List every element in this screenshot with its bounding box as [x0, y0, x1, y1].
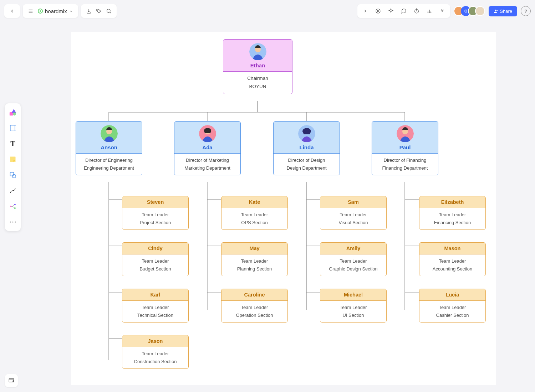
node-dept: Marketing Department: [174, 164, 240, 172]
svg-line-5: [109, 12, 111, 13]
svg-marker-7: [378, 10, 379, 12]
org-node-team[interactable]: LuciaTeam LeaderCashier Section: [419, 289, 486, 323]
svg-point-27: [12, 174, 16, 178]
org-node-team[interactable]: MichaelTeam LeaderUI Section: [320, 289, 387, 323]
presentation-button[interactable]: [5, 374, 18, 387]
svg-point-8: [415, 9, 419, 13]
node-name: Ada: [174, 144, 240, 150]
action-group: [81, 4, 117, 18]
back-button[interactable]: [7, 6, 17, 16]
avatar-icon: [298, 125, 315, 142]
avatar-icon: [249, 43, 266, 60]
cloud-status-icon: [38, 9, 43, 14]
sparkle-button[interactable]: [386, 6, 396, 16]
node-header: Ethan: [223, 40, 292, 71]
play-button[interactable]: [373, 6, 383, 16]
node-name: Linda: [274, 144, 340, 150]
more-button[interactable]: [437, 6, 447, 16]
org-node-team[interactable]: EilzabethTeam LeaderFinancing Section: [419, 196, 486, 230]
org-node-team[interactable]: StevenTeam LeaderProject Section: [122, 196, 189, 230]
node-body: Director of Marketing Marketing Departme…: [174, 153, 240, 175]
mindmap-tool[interactable]: [7, 201, 18, 212]
org-node-team[interactable]: AmilyTeam LeaderGraphic Design Section: [320, 242, 387, 276]
node-title: Chairman: [223, 74, 292, 83]
node-body: Director of Design Design Department: [274, 153, 340, 175]
svg-rect-25: [10, 157, 16, 162]
back-group: [4, 4, 20, 18]
node-name: Anson: [76, 144, 142, 150]
svg-point-31: [10, 222, 11, 223]
org-node-team[interactable]: MasonTeam LeaderAccounting Section: [419, 242, 486, 276]
node-body: Director of Engineering Engineering Depa…: [76, 153, 142, 175]
menu-button[interactable]: [26, 6, 36, 16]
org-node-team[interactable]: JasonTeam LeaderConstruction Section: [122, 335, 189, 369]
svg-point-32: [12, 222, 14, 223]
search-button[interactable]: [104, 6, 114, 16]
node-title: Director of Design: [274, 156, 340, 164]
node-dept: Engineering Department: [76, 164, 142, 172]
svg-point-4: [107, 9, 110, 12]
org-node-director[interactable]: Anson Director of Engineering Engineerin…: [76, 121, 142, 175]
shapes-tool[interactable]: [7, 107, 18, 118]
shape-tool[interactable]: [7, 170, 18, 180]
node-dept: Design Department: [274, 164, 340, 172]
chevron-down-icon: [69, 9, 73, 13]
text-tool[interactable]: T: [7, 138, 18, 149]
chart-button[interactable]: [424, 6, 434, 16]
org-node-director[interactable]: Linda Director of Design Design Departme…: [273, 121, 340, 175]
collaborator-avatars[interactable]: O: [454, 6, 485, 16]
node-header: Anson: [76, 122, 142, 153]
svg-point-3: [97, 10, 98, 10]
download-button[interactable]: [84, 6, 94, 16]
svg-point-20: [13, 112, 16, 115]
node-dept: Financing Department: [372, 164, 438, 172]
frame-tool[interactable]: [7, 123, 18, 133]
node-org: BOYUN: [223, 83, 292, 91]
avatar-icon: [397, 125, 414, 142]
node-title: Director of Engineering: [76, 156, 142, 164]
svg-marker-19: [11, 109, 16, 113]
org-node-team[interactable]: CarolineTeam LeaderOperation Section: [221, 289, 288, 323]
help-button[interactable]: ?: [521, 6, 531, 16]
avatar: [475, 6, 485, 16]
node-title: Director of Marketing: [174, 156, 240, 164]
svg-marker-36: [12, 381, 13, 382]
node-header: Ada: [174, 122, 240, 153]
left-tool-palette: T: [5, 103, 21, 231]
org-node-director[interactable]: Paul Director of Financing Financing Dep…: [372, 121, 438, 175]
brand-group: boardmix: [23, 4, 78, 18]
svg-point-15: [495, 10, 496, 11]
canvas[interactable]: Ethan Chairman BOYUN Anson Director of E…: [71, 32, 496, 385]
org-node-ceo[interactable]: Ethan Chairman BOYUN: [223, 39, 292, 94]
connector-tool[interactable]: [7, 185, 18, 196]
node-body: Director of Financing Financing Departme…: [372, 153, 438, 175]
brand-title[interactable]: boardmix: [36, 8, 75, 14]
more-tools[interactable]: [7, 217, 18, 227]
svg-point-28: [10, 206, 11, 207]
share-button[interactable]: Share: [489, 6, 517, 16]
top-left-toolbar: boardmix: [4, 4, 117, 18]
board-icon: [8, 377, 15, 384]
node-header: Linda: [274, 122, 340, 153]
comment-button[interactable]: [399, 6, 409, 16]
expand-button[interactable]: [360, 6, 370, 16]
node-name: Paul: [372, 144, 438, 150]
brand-label: boardmix: [45, 8, 67, 14]
right-action-group: [357, 4, 450, 18]
user-plus-icon: [494, 9, 498, 13]
sticky-tool[interactable]: [7, 154, 18, 165]
org-node-team[interactable]: CindyTeam LeaderBudget Section: [122, 242, 189, 276]
org-node-director[interactable]: Ada Director of Marketing Marketing Depa…: [174, 121, 241, 175]
tag-button[interactable]: [94, 6, 104, 16]
node-body: Chairman BOYUN: [223, 71, 292, 94]
top-right-toolbar: O Share ?: [357, 4, 531, 18]
org-node-team[interactable]: SamTeam LeaderVisual Section: [320, 196, 387, 230]
avatar-icon: [199, 125, 216, 142]
share-label: Share: [500, 9, 512, 14]
node-header: Paul: [372, 122, 438, 153]
org-node-team[interactable]: KateTeam LeaderOPS Section: [221, 196, 288, 230]
org-node-team[interactable]: MayTeam LeaderPlanning Section: [221, 242, 288, 276]
timer-button[interactable]: [412, 6, 422, 16]
node-name: Ethan: [223, 62, 292, 68]
org-node-team[interactable]: KarlTeam LeaderTechnical Section: [122, 289, 189, 323]
